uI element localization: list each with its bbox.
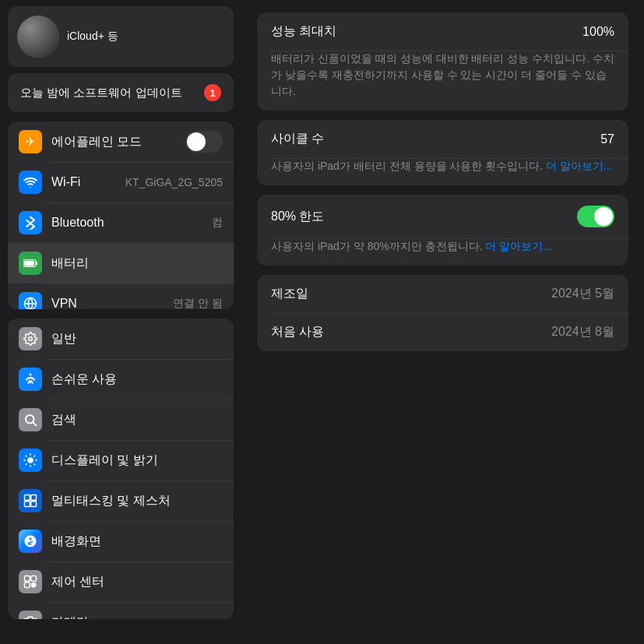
general-icon [19, 327, 42, 350]
first-use-value: 2024년 8월 [551, 324, 614, 340]
limit-label: 80% 한도 [271, 209, 324, 225]
battery-label: 배터리 [51, 255, 223, 272]
airplane-label: 에어플레인 모드 [51, 134, 176, 150]
control-center-icon [19, 570, 42, 593]
cycle-row: 사이클 수 57 [257, 120, 628, 158]
svg-point-7 [30, 374, 32, 376]
general-label: 일반 [51, 331, 223, 347]
manufacture-label: 제조일 [271, 286, 308, 302]
performance-card: 성능 최대치 100% 배터리가 신품이었을 때의 성능에 대비한 배터리 성능… [257, 12, 628, 111]
bluetooth-value: 컴 [212, 216, 223, 230]
svg-rect-2 [36, 262, 37, 266]
cycle-more-link[interactable]: 더 알아보기... [546, 160, 613, 172]
sidebar-item-general[interactable]: 일반 [8, 318, 234, 359]
sidebar-item-accessibility[interactable]: 손쉬운 사용 [8, 359, 234, 399]
airplane-toggle[interactable] [185, 131, 223, 153]
multitasking-icon [19, 489, 42, 512]
first-use-label: 처음 사용 [271, 324, 324, 340]
airplane-icon: ✈ [19, 130, 42, 153]
sidebar-item-display[interactable]: 디스플레이 및 밝기 [8, 440, 234, 480]
sidebar-item-airplane[interactable]: ✈ 에어플레인 모드 [8, 121, 234, 162]
update-label: 오늘 밤에 소프트웨어 업데이트 [20, 86, 182, 100]
svg-point-6 [29, 337, 33, 341]
limit-desc-prefix: 사용자의 iPad가 약 80%까지만 충전됩니다. [271, 240, 483, 252]
wallpaper-label: 배경화면 [51, 533, 223, 550]
sidebar-item-camera[interactable]: 카메라 [8, 602, 234, 619]
sidebar-item-search[interactable]: 검색 [8, 399, 234, 440]
bluetooth-icon [19, 211, 42, 234]
bluetooth-label: Bluetooth [51, 216, 202, 230]
accessibility-icon [19, 368, 42, 391]
camera-label: 카메라 [51, 614, 223, 619]
svg-rect-21 [25, 501, 30, 507]
profile-subtitle: iCloud+ 등 [67, 30, 118, 44]
sidebar-item-bluetooth[interactable]: Bluetooth 컴 [8, 202, 234, 243]
update-badge: 1 [204, 84, 221, 101]
svg-rect-19 [25, 495, 30, 501]
svg-line-9 [33, 423, 36, 426]
wifi-label: Wi-Fi [51, 175, 116, 189]
sidebar-item-wallpaper[interactable]: 배경화면 [8, 521, 234, 561]
camera-icon [19, 611, 42, 619]
svg-line-13 [26, 456, 26, 456]
svg-rect-25 [25, 582, 30, 588]
vpn-value: 연결 안 됨 [173, 297, 223, 309]
performance-label: 성능 최대치 [271, 23, 336, 40]
sidebar-item-multitasking[interactable]: 멀티태스킹 및 제스처 [8, 480, 234, 521]
svg-rect-23 [25, 576, 30, 582]
profile-section[interactable]: iCloud+ 등 [8, 6, 234, 67]
limit-more-link[interactable]: 더 알아보기... [485, 240, 552, 252]
svg-rect-3 [24, 261, 34, 266]
cycle-card: 사이클 수 57 사용자의 iPad가 배터리 전체 용량을 사용한 횟수입니다… [257, 120, 628, 185]
performance-row: 성능 최대치 100% [257, 12, 628, 51]
wallpaper-icon [19, 530, 42, 553]
sidebar-item-control-center[interactable]: 제어 센터 [8, 561, 234, 602]
search-label: 검색 [51, 412, 223, 428]
vpn-label: VPN [51, 297, 164, 309]
display-label: 디스플레이 및 밝기 [51, 452, 223, 469]
svg-rect-22 [31, 501, 37, 507]
first-use-row: 처음 사용 2024년 8월 [257, 313, 628, 351]
svg-line-18 [34, 456, 35, 456]
cycle-value: 57 [600, 132, 614, 146]
control-center-label: 제어 센터 [51, 574, 223, 590]
cycle-label: 사이클 수 [271, 131, 324, 147]
network-group: ✈ 에어플레인 모드 Wi-Fi KT_GiGA_2G_5205 [8, 121, 234, 309]
cycle-desc: 사용자의 iPad가 배터리 전체 용량을 사용한 횟수입니다. 더 알아보기.… [257, 158, 628, 185]
accessibility-label: 손쉬운 사용 [51, 371, 223, 388]
battery-icon [19, 252, 42, 275]
avatar [17, 16, 59, 58]
svg-rect-20 [31, 495, 37, 501]
search-icon [19, 408, 42, 431]
svg-point-0 [30, 186, 31, 188]
general-settings-group: 일반 손쉬운 사용 검색 [8, 318, 234, 619]
sidebar: iCloud+ 등 오늘 밤에 소프트웨어 업데이트 1 ✈ 에어플레인 모드 [0, 0, 241, 644]
wifi-icon [19, 171, 42, 194]
vpn-icon [19, 292, 42, 309]
cycle-desc-prefix: 사용자의 iPad가 배터리 전체 용량을 사용한 횟수입니다. [271, 160, 543, 172]
performance-value: 100% [582, 25, 614, 39]
svg-line-17 [26, 464, 26, 465]
svg-line-14 [34, 464, 35, 465]
limit-row[interactable]: 80% 한도 [257, 195, 628, 238]
sidebar-item-wifi[interactable]: Wi-Fi KT_GiGA_2G_5205 [8, 162, 234, 202]
dates-card: 제조일 2024년 5월 처음 사용 2024년 8월 [257, 275, 628, 351]
multitasking-label: 멀티태스킹 및 제스처 [51, 493, 223, 509]
performance-desc: 배터리가 신품이었을 때의 성능에 대비한 배터리 성능 수치입니다. 수치가 … [257, 51, 628, 111]
battery-panel: 성능 최대치 100% 배터리가 신품이었을 때의 성능에 대비한 배터리 성능… [241, 0, 644, 644]
svg-point-10 [27, 457, 33, 463]
limit-desc: 사용자의 iPad가 약 80%까지만 충전됩니다. 더 알아보기... [257, 238, 628, 266]
limit-toggle[interactable] [577, 206, 614, 227]
svg-rect-24 [31, 576, 37, 582]
sidebar-item-vpn[interactable]: VPN 연결 안 됨 [8, 283, 234, 309]
manufacture-value: 2024년 5월 [551, 286, 614, 302]
wifi-value: KT_GiGA_2G_5205 [125, 176, 223, 188]
svg-point-26 [31, 582, 37, 588]
update-banner[interactable]: 오늘 밤에 소프트웨어 업데이트 1 [8, 73, 234, 112]
limit-card: 80% 한도 사용자의 iPad가 약 80%까지만 충전됩니다. 더 알아보기… [257, 195, 628, 266]
display-icon [19, 449, 42, 472]
sidebar-item-battery[interactable]: 배터리 [8, 243, 234, 283]
manufacture-row: 제조일 2024년 5월 [257, 275, 628, 313]
